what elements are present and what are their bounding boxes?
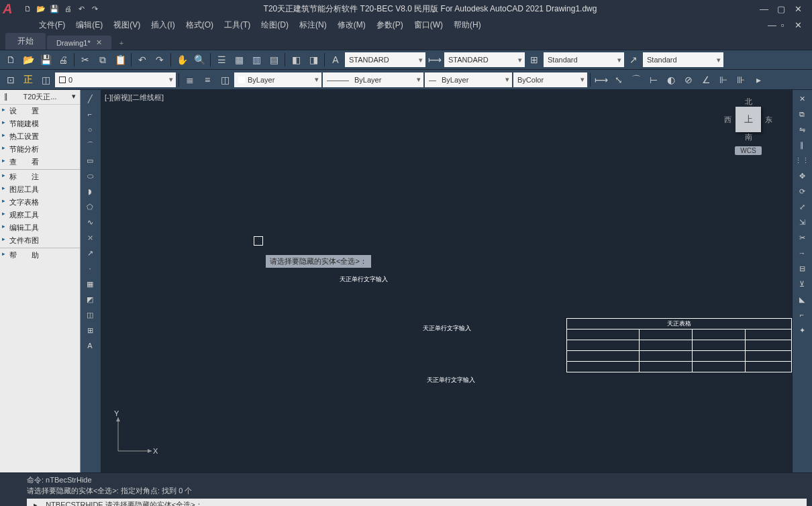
dim-rad-button[interactable]: ◐ <box>663 72 679 88</box>
dim-ang-button[interactable]: ∠ <box>698 72 714 88</box>
ray-button[interactable]: ↗ <box>81 246 99 260</box>
layer-b3[interactable]: ◫ <box>217 72 233 88</box>
qat-new-icon[interactable]: 🗋 <box>21 3 34 15</box>
layer-b2[interactable]: ≡ <box>199 72 215 88</box>
menu-参数P[interactable]: 参数(P) <box>372 18 407 32</box>
dim-aligned-button[interactable]: ⤡ <box>611 72 627 88</box>
tool-b1[interactable]: ▦ <box>231 52 247 68</box>
save-button[interactable]: 💾 <box>38 52 54 68</box>
sidebar-item[interactable]: 文件布图 <box>0 234 80 247</box>
qat-save-icon[interactable]: 💾 <box>48 3 60 15</box>
mdi-close-button[interactable]: ✕ <box>795 20 804 30</box>
viewport-label[interactable]: [-][俯视][二维线框] <box>105 93 164 103</box>
menu-绘图D[interactable]: 绘图(D) <box>257 18 293 32</box>
viewcube-top[interactable]: 上 <box>735 107 761 132</box>
viewcube-n[interactable]: 北 <box>745 97 752 107</box>
sidebar-item[interactable]: 节能分析 <box>0 143 80 156</box>
close-tab-icon[interactable]: ✕ <box>96 38 102 47</box>
dim-dia-button[interactable]: ⊘ <box>680 72 697 88</box>
color-dropdown[interactable]: ByLayer <box>234 72 321 87</box>
sidebar-item[interactable]: 图层工具 <box>0 183 80 196</box>
layer-dropdown[interactable]: 0 <box>55 72 176 87</box>
zoom-button[interactable]: 🔍 <box>191 52 207 68</box>
fillet-button[interactable]: ⌐ <box>793 307 811 322</box>
menu-修改M[interactable]: 修改(M) <box>334 18 370 32</box>
earc-button[interactable]: ◗ <box>81 184 99 199</box>
close-button[interactable]: ✕ <box>795 4 804 13</box>
command-input[interactable]: ▸_ NTBECSTRHIDE 请选择要隐藏的实体<全选>： <box>27 499 807 506</box>
offset-button[interactable]: ∥ <box>793 138 811 152</box>
props-button[interactable]: ☰ <box>213 52 230 68</box>
menu-文件F[interactable]: 文件(F) <box>35 18 69 32</box>
wcs-badge[interactable]: WCS <box>735 146 761 155</box>
arc-button[interactable]: ⌒ <box>81 138 99 152</box>
plotstyle-dropdown[interactable]: ByColor <box>513 72 587 87</box>
grad-button[interactable]: ◩ <box>81 292 99 307</box>
dim-more-button[interactable]: ▸ <box>750 72 766 88</box>
menu-编辑E[interactable]: 编辑(E) <box>72 18 107 32</box>
copy-button[interactable]: ⧉ <box>95 52 111 68</box>
sidebar-item[interactable]: 观察工具 <box>0 209 80 221</box>
tool-b4[interactable]: ◧ <box>288 52 304 68</box>
line-button[interactable]: ╱ <box>81 91 99 106</box>
redo-button[interactable]: ↷ <box>152 52 168 68</box>
menu-窗口W[interactable]: 窗口(W) <box>410 18 447 32</box>
copy-obj-button[interactable]: ⧉ <box>793 107 811 121</box>
pline-button[interactable]: ⌐ <box>81 107 99 121</box>
sidebar-item[interactable]: 编辑工具 <box>0 221 80 234</box>
table-style-icon[interactable]: ⊞ <box>526 52 542 68</box>
dim-cont-button[interactable]: ⊪ <box>733 72 749 88</box>
add-tab-button[interactable]: + <box>113 36 130 50</box>
qat-print-icon[interactable]: 🖨 <box>62 3 74 15</box>
dim-style-dropdown[interactable]: STANDARD <box>444 52 525 67</box>
extend-button[interactable]: → <box>793 246 811 260</box>
mirror-button[interactable]: ⇋ <box>793 122 811 137</box>
erase-button[interactable]: ✕ <box>793 91 811 106</box>
mdi-minimize-button[interactable]: — <box>768 20 777 30</box>
menu-格式O[interactable]: 格式(O) <box>182 18 217 32</box>
linetype-dropdown[interactable]: ———ByLayer <box>323 72 423 87</box>
paste-button[interactable]: 📋 <box>112 52 128 68</box>
qat-redo-icon[interactable]: ↷ <box>89 3 101 15</box>
menu-帮助H[interactable]: 帮助(H) <box>450 18 485 32</box>
region-button[interactable]: ◫ <box>81 307 99 322</box>
drawing-canvas[interactable]: [-][俯视][二维线框] 请选择要隐藏的实体<全选>： 天正单行文字输入 天正… <box>101 90 792 472</box>
lineweight-dropdown[interactable]: —ByLayer <box>425 72 512 87</box>
text-style-dropdown[interactable]: STANDARD <box>345 52 425 67</box>
table-button[interactable]: ⊞ <box>81 323 99 338</box>
dim-linear-button[interactable]: ⟼ <box>593 72 609 88</box>
scale-button[interactable]: ⤢ <box>793 199 811 214</box>
spline-button[interactable]: ∿ <box>81 215 99 230</box>
tz-b2[interactable]: ◫ <box>38 72 54 88</box>
stretch-button[interactable]: ⇲ <box>793 215 811 230</box>
minimize-button[interactable]: — <box>760 4 769 13</box>
rotate-button[interactable]: ⟳ <box>793 184 811 199</box>
viewcube-s[interactable]: 南 <box>745 132 752 142</box>
array-button[interactable]: ⋮⋮ <box>793 153 811 168</box>
qat-undo-icon[interactable]: ↶ <box>75 3 87 15</box>
viewcube[interactable]: 北 西 上 东 南 WCS <box>718 97 778 164</box>
cut-button[interactable]: ✂ <box>77 52 93 68</box>
pan-button[interactable]: ✋ <box>174 52 190 68</box>
menu-标注N[interactable]: 标注(N) <box>295 18 331 32</box>
qat-open-icon[interactable]: 📂 <box>35 3 47 15</box>
chamfer-button[interactable]: ◣ <box>793 292 811 307</box>
trim-button[interactable]: ✂ <box>793 230 811 245</box>
sidebar-item[interactable]: 帮 助 <box>0 249 80 262</box>
open-button[interactable]: 📂 <box>20 52 36 68</box>
print-button[interactable]: 🖨 <box>55 52 71 68</box>
mleader-style-dropdown[interactable]: Standard <box>643 52 723 67</box>
maximize-button[interactable]: ▢ <box>777 4 786 13</box>
rect-button[interactable]: ▭ <box>81 153 99 168</box>
hatch-button[interactable]: ▦ <box>81 276 99 291</box>
sidebar-item[interactable]: 查 看 <box>0 156 80 168</box>
mdi-restore-button[interactable]: ▫ <box>781 20 791 30</box>
tool-b3[interactable]: ▤ <box>266 52 282 68</box>
viewcube-w[interactable]: 西 <box>724 115 731 125</box>
move-button[interactable]: ✥ <box>793 168 811 183</box>
new-button[interactable]: 🗋 <box>3 52 19 68</box>
ucs-button[interactable]: ⊡ <box>3 72 19 88</box>
circle-button[interactable]: ○ <box>81 122 99 137</box>
ellipse-button[interactable]: ⬭ <box>81 168 99 183</box>
dim-base-button[interactable]: ⊩ <box>715 72 731 88</box>
